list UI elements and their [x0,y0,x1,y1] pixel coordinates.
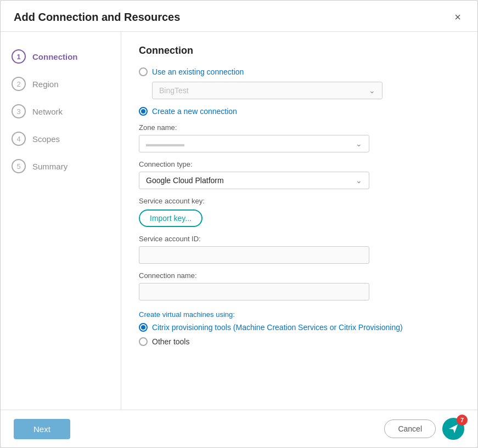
sidebar-label-summary: Summary [32,162,68,171]
connection-name-input[interactable] [139,283,369,300]
close-button[interactable]: × [451,10,464,24]
nav-button-wrap: 7 [442,418,464,440]
sidebar-item-scopes[interactable]: 4 Scopes [1,127,121,150]
other-tools-label[interactable]: Other tools [152,337,189,346]
create-new-row: Create a new connection [139,107,460,116]
create-new-label[interactable]: Create a new connection [152,107,237,116]
section-title: Connection [139,45,460,56]
footer-right: Cancel 7 [384,418,464,440]
citrix-tools-row: Citrix provisioning tools (Machine Creat… [139,323,460,332]
citrix-tools-radio[interactable] [139,323,148,332]
use-existing-label[interactable]: Use an existing connection [152,67,244,76]
add-connection-dialog: Add Connection and Resources × 1 Connect… [0,0,478,448]
sidebar-item-summary[interactable]: 5 Summary [1,155,121,178]
nav-badge: 7 [457,415,468,426]
service-account-id-input[interactable] [139,246,369,264]
existing-connection-dropdown-row: BingTest ⌄ [139,82,460,99]
step-circle-2: 2 [12,77,26,91]
sidebar-label-scopes: Scopes [32,134,60,144]
connection-type-dropdown[interactable]: Google Cloud Platform ⌄ [139,172,369,189]
existing-dropdown-chevron-icon: ⌄ [369,86,375,95]
service-account-id-label: Service account ID: [139,235,460,243]
citrix-tools-label[interactable]: Citrix provisioning tools (Machine Creat… [152,323,403,332]
sidebar-label-region: Region [32,80,59,89]
sidebar-item-region[interactable]: 2 Region [1,72,121,95]
connection-type-value: Google Cloud Platform [146,176,224,185]
step-circle-5: 5 [12,159,26,173]
step-circle-4: 4 [12,132,26,146]
existing-connection-value: BingTest [159,86,189,95]
zone-name-value: ▬▬▬▬▬ [146,139,184,148]
connection-type-label: Connection type: [139,160,460,168]
other-tools-radio[interactable] [139,337,148,346]
create-new-radio[interactable] [139,107,148,116]
dialog-footer: Next Cancel 7 [1,410,477,447]
cancel-button[interactable]: Cancel [384,419,436,438]
step-circle-1: 1 [12,49,26,64]
dialog-header: Add Connection and Resources × [1,1,477,32]
use-existing-row: Use an existing connection [139,67,460,76]
create-vm-label: Create virtual machines using: [139,310,460,319]
step-circle-3: 3 [12,104,26,118]
connection-type-chevron-icon: ⌄ [356,176,362,185]
sidebar: 1 Connection 2 Region 3 Network 4 [1,32,121,410]
service-account-key-label: Service account key: [139,197,460,205]
create-new-radio-inner [141,109,145,114]
dialog-body: 1 Connection 2 Region 3 Network 4 [1,32,477,410]
sidebar-label-connection: Connection [32,52,78,61]
existing-connection-dropdown[interactable]: BingTest ⌄ [152,82,383,99]
import-key-button[interactable]: Import key... [139,209,203,227]
other-tools-row: Other tools [139,337,460,346]
sidebar-label-network: Network [32,107,63,116]
zone-dropdown-chevron-icon: ⌄ [356,139,362,148]
citrix-tools-radio-inner [141,325,145,330]
sidebar-item-network[interactable]: 3 Network [1,100,121,123]
main-content: Connection Use an existing connection Bi… [121,32,477,410]
send-icon [448,423,459,434]
next-button[interactable]: Next [14,419,70,439]
dialog-title: Add Connection and Resources [14,11,180,24]
connection-name-label: Connection name: [139,271,460,280]
zone-name-label: Zone name: [139,123,460,132]
sidebar-item-connection[interactable]: 1 Connection [1,45,121,68]
use-existing-radio[interactable] [139,67,148,76]
zone-name-dropdown[interactable]: ▬▬▬▬▬ ⌄ [139,135,369,152]
